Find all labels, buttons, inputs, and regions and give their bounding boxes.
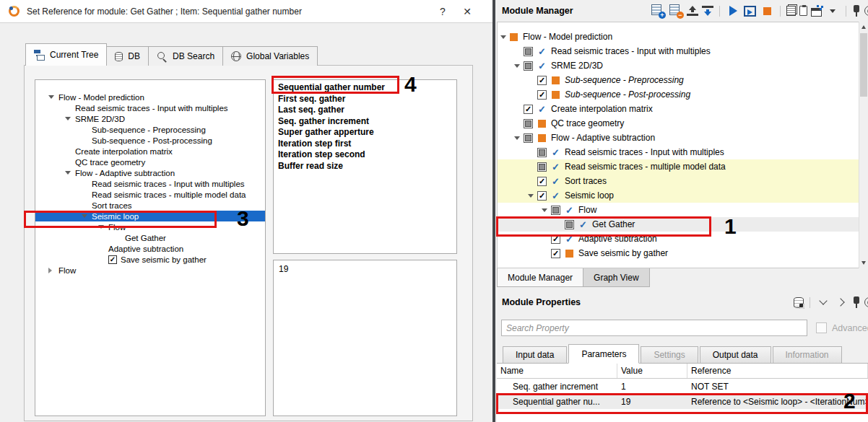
module-item-sub-sequence-post-processing[interactable]: ✓Sub-sequence - Post-processing: [498, 87, 868, 102]
tree-item-qc-trace-geometry[interactable]: QC trace geometry: [35, 157, 265, 167]
param-item-last-seq-gather[interactable]: Last seq. gather: [274, 105, 456, 116]
param-item-iteration-step-first[interactable]: Iteration step first: [274, 139, 456, 150]
tree-item-sort-traces[interactable]: Sort traces: [35, 200, 265, 211]
overflow-icon[interactable]: [864, 297, 868, 307]
expand-icon[interactable]: [48, 268, 58, 273]
module-checkbox[interactable]: ✓: [524, 105, 533, 114]
pin-icon[interactable]: [852, 296, 861, 308]
module-item-sub-sequence-preprocessing[interactable]: ✓Sub-sequence - Preprocessing: [498, 73, 868, 87]
module-item-qc-trace-geometry[interactable]: QC trace geometry: [498, 116, 868, 131]
clipboard-icon[interactable]: [799, 6, 807, 16]
module-item-read-seismic-traces-multiple-model-data[interactable]: ✓Read seismic traces - multiple model da…: [498, 159, 868, 174]
param-item-first-seq-gather[interactable]: First seq. gather: [274, 94, 456, 105]
collapse-icon[interactable]: [65, 171, 75, 175]
collapse-icon[interactable]: [514, 136, 524, 140]
collapse-icon[interactable]: [500, 35, 510, 39]
collapse-icon[interactable]: [528, 194, 537, 198]
param-item-iteration-step-second[interactable]: Iteration step second: [274, 149, 456, 161]
checkbox[interactable]: ✓: [108, 255, 117, 264]
remove-module-icon[interactable]: [669, 4, 683, 18]
module-checkbox[interactable]: [524, 47, 533, 56]
tree-item-read-seismic-traces-input-with-multiples[interactable]: Read seismic traces - Input with multipl…: [35, 178, 265, 189]
run-flow-icon[interactable]: [726, 4, 740, 18]
tab-global-variables[interactable]: Global Variables: [222, 46, 318, 66]
move-down-icon[interactable]: [702, 6, 713, 16]
tree-item-label: Create interpolation matrix: [75, 147, 173, 156]
collapse-icon[interactable]: [542, 208, 551, 212]
move-up-icon[interactable]: [687, 6, 698, 16]
module-item-read-seismic-traces-input-with-multiples[interactable]: ✓Read seismic traces - Input with multip…: [498, 145, 868, 159]
module-checkbox[interactable]: [537, 162, 547, 172]
stop-icon[interactable]: [760, 4, 774, 18]
tab-current-tree[interactable]: Current Tree: [25, 43, 107, 66]
help-button[interactable]: ?: [430, 2, 455, 21]
tree-item-flow-model-prediction[interactable]: Flow - Model prediction: [35, 92, 265, 102]
param-item-buffer-read-size[interactable]: Buffer read size: [274, 161, 456, 172]
collapse-icon[interactable]: [48, 95, 58, 99]
module-item-srme-2d-3d[interactable]: ✓SRME 2D/3D: [498, 58, 868, 73]
tab-module-manager[interactable]: Module Manager: [497, 268, 583, 287]
tree-item-save-seismic-by-gather[interactable]: ✓Save seismic by gather: [35, 254, 265, 265]
tree-item-get-gather[interactable]: Get Gather: [35, 232, 265, 243]
tree-item-flow[interactable]: Flow: [35, 265, 265, 276]
search-property-input[interactable]: [501, 320, 807, 336]
module-checkbox[interactable]: [524, 61, 533, 71]
tab-output-data[interactable]: Output data: [700, 346, 771, 364]
dropdown-arrow-icon[interactable]: [825, 4, 840, 18]
module-item-flow-adaptive-subtraction[interactable]: Flow - Adaptive subtraction: [498, 131, 868, 145]
param-item-super-gather-apperture[interactable]: Super gather apperture: [274, 127, 456, 139]
tab-input-data[interactable]: Input data: [503, 346, 567, 364]
scroll-up-icon[interactable]: [862, 25, 866, 29]
module-checkbox[interactable]: ✓: [537, 177, 547, 186]
tab-db-search[interactable]: DB Search: [148, 46, 223, 66]
module-checkbox[interactable]: ✓: [537, 90, 547, 100]
module-checkbox[interactable]: ✓: [551, 249, 560, 258]
column-header-value[interactable]: Value: [617, 364, 687, 378]
collapse-icon[interactable]: [514, 64, 524, 68]
advanced-checkbox[interactable]: [816, 322, 827, 333]
tree-item-read-seismic-traces-multiple-model-data[interactable]: Read seismic traces - multiple model dat…: [35, 189, 265, 200]
tab-parameters[interactable]: Parameters: [568, 344, 639, 364]
chevron-right-icon[interactable]: [834, 295, 849, 309]
module-checkbox[interactable]: [524, 119, 533, 128]
module-square-icon: [552, 76, 565, 84]
module-checkbox[interactable]: [551, 206, 560, 215]
module-checkbox[interactable]: [537, 148, 547, 157]
tree-item-sub-sequence-preprocessing[interactable]: Sub-sequence - Preprocessing: [35, 124, 265, 135]
close-button[interactable]: ✕: [455, 2, 479, 21]
db-save-icon[interactable]: [794, 297, 804, 308]
report-icon[interactable]: [786, 6, 796, 16]
module-item-sort-traces[interactable]: ✓✓Sort traces: [498, 174, 868, 188]
tree-item-read-seismic-traces-input-with-multiples[interactable]: Read seismic traces - Input with multipl…: [35, 102, 265, 113]
tree-item-sub-sequence-post-processing[interactable]: Sub-sequence - Post-processing: [35, 135, 265, 146]
tree-item-adaptive-subtraction[interactable]: Adaptive subtraction: [35, 243, 265, 254]
chevron-down-icon[interactable]: [816, 295, 830, 309]
module-item-seismic-loop[interactable]: ✓✓Seismic loop: [498, 188, 868, 203]
scrollbar-thumb[interactable]: [860, 33, 867, 97]
add-module-icon[interactable]: [651, 4, 665, 18]
module-item-save-seismic-by-gather[interactable]: ✓Save seismic by gather: [498, 246, 868, 260]
tree-item-srme-2d-3d[interactable]: SRME 2D/3D: [35, 113, 265, 124]
tree-item-flow-adaptive-subtraction[interactable]: Flow - Adaptive subtraction: [35, 167, 265, 178]
tree-item-create-interpolation-matrix[interactable]: Create interpolation matrix: [35, 146, 265, 157]
pin-icon[interactable]: [852, 5, 861, 17]
module-item-flow-model-prediction[interactable]: Flow - Model prediction: [498, 30, 868, 44]
tab-graph-view[interactable]: Graph View: [583, 268, 649, 287]
module-item-read-seismic-traces-input-with-multiples[interactable]: ✓Read seismic traces - Input with multip…: [498, 44, 868, 58]
module-item-create-interpolation-matrix[interactable]: ✓✓Create interpolation matrix: [498, 102, 868, 116]
module-item-flow[interactable]: ✓Flow: [498, 203, 868, 217]
collapse-icon[interactable]: [65, 117, 75, 120]
run-current-icon[interactable]: [744, 6, 756, 17]
scroll-down-icon[interactable]: [862, 261, 866, 265]
tree-scrollbar[interactable]: [859, 22, 868, 268]
param-item-seq-gather-increment[interactable]: Seq. gather increment: [274, 116, 456, 128]
column-header-reference[interactable]: Reference: [687, 364, 868, 378]
table-row[interactable]: Seq. gather increment1NOT SET: [497, 379, 868, 394]
module-checkbox[interactable]: ✓: [537, 76, 547, 85]
new-window-icon[interactable]: [811, 8, 822, 17]
module-checkbox[interactable]: ✓: [537, 191, 547, 201]
overflow-icon[interactable]: [864, 6, 868, 16]
module-checkbox[interactable]: [524, 133, 533, 143]
tab-db[interactable]: DB: [106, 46, 149, 66]
column-header-name[interactable]: Name: [497, 364, 617, 378]
